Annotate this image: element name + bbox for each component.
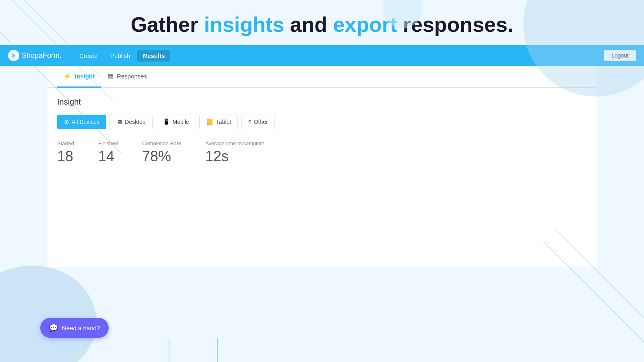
tabs-bar: ⚡ Insight ▦ Responses: [47, 66, 597, 88]
stat-finished: Finished 14: [98, 140, 118, 165]
brand-logo[interactable]: S ShopaForm.: [8, 50, 62, 61]
brand-name: ShopaForm.: [22, 51, 62, 60]
filter-other-label: Other: [254, 119, 268, 125]
chat-button[interactable]: 💬 Need a hand?: [40, 318, 109, 338]
brand-icon: S: [8, 50, 19, 61]
stat-started: Started 18: [57, 140, 74, 165]
stat-completion-value: 78%: [142, 148, 181, 165]
stat-started-label: Started: [57, 140, 74, 146]
filter-tablet[interactable]: 📒 Tablet: [199, 115, 238, 129]
tab-insight-label: Insight: [75, 73, 95, 80]
stats-row: Started 18 Finished 14 Completion Rate 7…: [57, 140, 587, 165]
responses-icon: ▦: [107, 72, 114, 80]
filter-all-devices-label: All Devices: [72, 119, 99, 125]
hero-word1: insights: [204, 13, 284, 36]
filter-all-devices[interactable]: ⊕ All Devices: [57, 115, 106, 129]
all-devices-icon: ⊕: [64, 118, 69, 125]
navbar-right: Logout: [604, 50, 636, 61]
stat-finished-value: 14: [98, 148, 118, 165]
other-icon: ?: [248, 119, 251, 125]
nav-links: Create Publish Results: [74, 50, 604, 62]
navbar: S ShopaForm. Create Publish Results Logo…: [0, 45, 644, 66]
brand-prefix: Shopa: [22, 51, 43, 60]
svg-point-1: [0, 265, 97, 362]
nav-create[interactable]: Create: [74, 50, 103, 62]
hero-prefix: Gather: [131, 13, 204, 36]
insight-section: Insight ⊕ All Devices 🖥 Desktop 📱 Mobile…: [47, 88, 597, 175]
tab-responses[interactable]: ▦ Responses: [101, 66, 153, 88]
stat-finished-label: Finished: [98, 140, 118, 146]
desktop-icon: 🖥: [116, 119, 122, 125]
insight-title: Insight: [57, 97, 587, 107]
chat-icon: 💬: [49, 323, 58, 332]
stat-avg-time-label: Average time to complete: [205, 140, 264, 146]
nav-results[interactable]: Results: [137, 50, 170, 62]
tablet-icon: 📒: [206, 118, 214, 125]
chat-button-label: Need a hand?: [62, 325, 100, 331]
hero-suffix: responses.: [397, 13, 513, 36]
filter-other[interactable]: ? Other: [241, 115, 275, 129]
filter-tablet-label: Tablet: [216, 119, 231, 125]
stat-avg-time-value: 12s: [205, 148, 264, 165]
filter-desktop-label: Desktop: [125, 119, 145, 125]
brand-suffix: Form.: [43, 51, 62, 60]
page-wrapper: Gather insights and export responses. S …: [0, 0, 644, 362]
stat-started-value: 18: [57, 148, 74, 165]
stat-avg-time: Average time to complete 12s: [205, 140, 264, 165]
main-content: ⚡ Insight ▦ Responses Insight ⊕ All Devi…: [47, 66, 597, 267]
stat-completion-label: Completion Rate: [142, 140, 181, 146]
filter-mobile[interactable]: 📱 Mobile: [156, 115, 196, 129]
tab-responses-label: Responses: [117, 73, 147, 80]
tab-insight[interactable]: ⚡ Insight: [57, 66, 101, 88]
nav-publish[interactable]: Publish: [105, 50, 136, 62]
filter-mobile-label: Mobile: [173, 119, 189, 125]
stat-completion-rate: Completion Rate 78%: [142, 140, 181, 165]
filter-desktop[interactable]: 🖥 Desktop: [109, 115, 152, 129]
insight-icon: ⚡: [64, 72, 72, 80]
hero-heading: Gather insights and export responses.: [0, 0, 644, 45]
logout-button[interactable]: Logout: [604, 50, 636, 61]
mobile-icon: 📱: [163, 118, 170, 125]
hero-word2: export: [333, 13, 397, 36]
hero-middle: and: [284, 13, 333, 36]
device-filters: ⊕ All Devices 🖥 Desktop 📱 Mobile 📒 Table…: [57, 115, 587, 129]
